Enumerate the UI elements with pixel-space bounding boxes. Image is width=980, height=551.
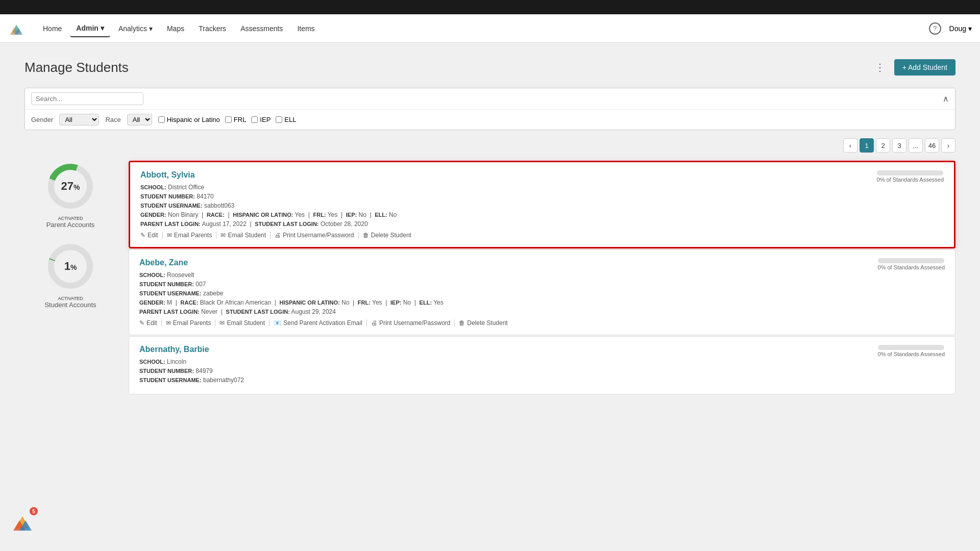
delete-icon: 🗑 <box>363 232 369 239</box>
bottom-logo[interactable]: 5 <box>10 509 36 535</box>
nav-item-trackers[interactable]: Trackers <box>192 20 232 37</box>
print-label: Print Username/Password <box>283 232 354 239</box>
student-username-value-3: babernathy072 <box>203 377 244 384</box>
edit-icon: ✎ <box>140 232 145 239</box>
student-meta-row-2: GENDER: M | RACE: Black Or African Ameri… <box>139 299 945 306</box>
student-number-value: 84170 <box>197 193 213 200</box>
filter-row: Gender All Male Female Race All Hispanic… <box>25 110 955 130</box>
ell-label: ELL <box>284 116 296 123</box>
standards-progress-bar <box>877 170 943 176</box>
student-number-label: STUDENT NUMBER: <box>140 193 195 199</box>
email-parents-link[interactable]: ✉ Email Parents <box>163 232 217 239</box>
student-username-label: STUDENT USERNAME: <box>140 203 203 209</box>
gender-label-2: GENDER: <box>139 299 165 306</box>
email-parents-label-2: Email Parents <box>173 319 211 327</box>
email-student-icon-2: ✉ <box>219 319 225 327</box>
parent-accounts-card: 27% ACTIVATED Parent Accounts <box>24 161 116 229</box>
hispanic-value-2: No <box>341 299 349 306</box>
standards-progress-bar-3 <box>878 345 944 350</box>
edit-icon-2: ✎ <box>139 319 144 327</box>
frl-label: FRL: <box>313 212 326 218</box>
print-link-2[interactable]: 🖨 Print Username/Password <box>367 319 455 327</box>
email-parents-label: Email Parents <box>174 232 212 239</box>
print-icon-2: 🖨 <box>371 319 377 327</box>
page-title: Manage Students <box>24 60 129 76</box>
top-bar <box>0 0 980 14</box>
nav-item-analytics[interactable]: Analytics ▾ <box>112 20 159 37</box>
nav-item-home[interactable]: Home <box>37 20 68 37</box>
user-menu[interactable]: Doug ▾ <box>949 24 972 33</box>
print-link[interactable]: 🖨 Print Username/Password <box>271 232 358 239</box>
student-username-label-3: STUDENT USERNAME: <box>139 377 202 383</box>
prev-page-button[interactable]: ‹ <box>843 138 857 153</box>
student-name-abernathy[interactable]: Abernathy, Barbie <box>139 345 209 354</box>
action-links-abbott: ✎ Edit ✉ Email Parents ✉ Email Student 🖨… <box>140 232 944 239</box>
collapse-icon[interactable]: ∧ <box>943 94 949 104</box>
parent-accounts-status: ACTIVATED <box>24 216 116 221</box>
student-number-row-2: STUDENT NUMBER: 007 <box>139 281 945 288</box>
page-button-2[interactable]: 2 <box>876 138 890 153</box>
help-button[interactable]: ? <box>929 22 941 35</box>
next-page-button[interactable]: › <box>941 138 955 153</box>
delete-link-2[interactable]: 🗑 Delete Student <box>455 319 511 327</box>
parent-login-value: August 17, 2022 <box>202 220 246 228</box>
frl-checkbox[interactable] <box>225 116 232 123</box>
student-number-label-3: STUDENT NUMBER: <box>139 368 194 374</box>
edit-label: Edit <box>148 232 158 239</box>
ell-value: No <box>389 211 397 218</box>
print-icon: 🖨 <box>275 232 281 239</box>
email-student-link[interactable]: ✉ Email Student <box>216 232 271 239</box>
student-name-abebe[interactable]: Abebe, Zane <box>139 258 188 267</box>
send-activation-label: Send Parent Activation Email <box>283 319 362 327</box>
school-label-3: SCHOOL: <box>139 359 165 365</box>
send-activation-link[interactable]: 📧 Send Parent Activation Email <box>270 319 367 327</box>
race-filter-label: Race <box>105 116 120 123</box>
nav-item-admin[interactable]: Admin ▾ <box>70 20 110 37</box>
delete-link[interactable]: 🗑 Delete Student <box>359 232 415 239</box>
filter-container: ∧ Gender All Male Female Race All Hispan… <box>24 88 955 130</box>
student-username-label-2: STUDENT USERNAME: <box>139 290 202 296</box>
school-value-2: Roosevelt <box>167 271 194 279</box>
student-number-value-3: 84979 <box>195 367 212 374</box>
standards-progress-container: 0% of Standards Assessed <box>877 170 944 183</box>
page-button-1[interactable]: 1 <box>860 138 874 153</box>
delete-label-2: Delete Student <box>467 319 507 327</box>
edit-label-2: Edit <box>146 319 157 327</box>
navbar: Home Admin ▾ Analytics ▾ Maps Trackers A… <box>0 14 980 43</box>
parent-login-value-2: Never <box>201 308 217 315</box>
hispanic-checkbox[interactable] <box>158 116 165 123</box>
student-name-abbott[interactable]: Abbott, Sylvia <box>140 170 195 180</box>
page-button-3[interactable]: 3 <box>892 138 906 153</box>
nav-item-maps[interactable]: Maps <box>161 20 190 37</box>
student-school-row-2: SCHOOL: Roosevelt <box>139 271 945 279</box>
parent-activated-percent: 27% <box>61 180 80 193</box>
student-login-value-2: August 29, 2024 <box>291 308 336 315</box>
edit-link[interactable]: ✎ Edit <box>140 232 163 239</box>
student-school-row-3: SCHOOL: Lincoln <box>139 358 945 365</box>
email-parents-link-2[interactable]: ✉ Email Parents <box>162 319 216 327</box>
pagination: ‹ 1 2 3 ... 46 › <box>24 138 955 153</box>
email-student-link-2[interactable]: ✉ Email Student <box>215 319 270 327</box>
race-label-2: RACE: <box>181 299 199 306</box>
ell-checkbox[interactable] <box>276 116 282 123</box>
options-menu-button[interactable]: ⋮ <box>872 59 888 76</box>
edit-link-2[interactable]: ✎ Edit <box>139 319 162 327</box>
gender-filter-label: Gender <box>31 116 53 123</box>
standards-progress-container-3: 0% of Standards Assessed <box>878 345 945 357</box>
student-accounts-status: ACTIVATED <box>24 296 116 301</box>
search-input[interactable] <box>31 92 143 105</box>
iep-checkbox[interactable] <box>251 116 258 123</box>
page-button-46[interactable]: 46 <box>925 138 939 153</box>
logo-stack: 5 <box>10 509 36 535</box>
student-number-label-2: STUDENT NUMBER: <box>139 281 194 287</box>
nav-right: ? Doug ▾ <box>929 22 972 35</box>
app-logo[interactable] <box>8 20 24 37</box>
print-label-2: Print Username/Password <box>379 319 450 327</box>
race-filter-select[interactable]: All <box>127 114 152 126</box>
nav-item-assessments[interactable]: Assessments <box>234 20 289 37</box>
standards-progress-container-2: 0% of Standards Assessed <box>878 258 945 270</box>
gender-filter-select[interactable]: All Male Female <box>59 114 99 126</box>
delete-label: Delete Student <box>371 232 411 239</box>
add-student-button[interactable]: + Add Student <box>894 59 955 76</box>
nav-item-items[interactable]: Items <box>291 20 321 37</box>
